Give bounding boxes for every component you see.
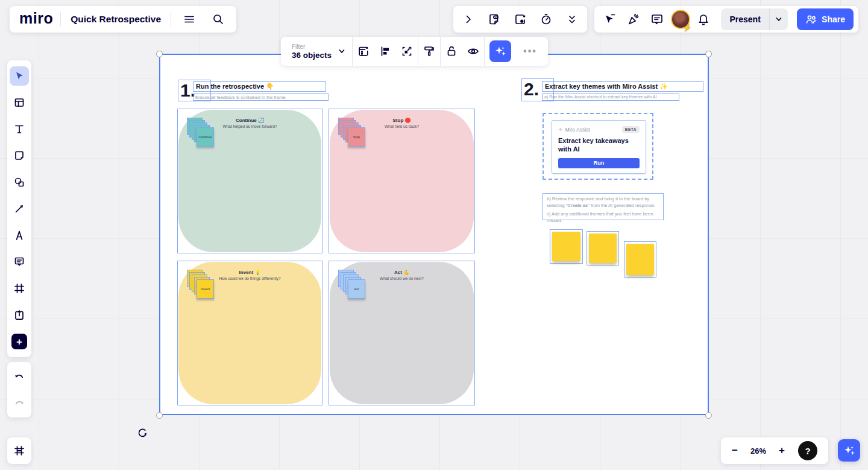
sticky-note[interactable]: Stop <box>348 127 365 147</box>
hide-cursors-icon[interactable] <box>599 8 621 30</box>
rotate-handle-icon[interactable] <box>136 427 148 439</box>
sticky-note[interactable]: Invent <box>197 279 214 299</box>
help-button[interactable]: ? <box>798 441 817 460</box>
main-menu-icon[interactable] <box>178 8 200 30</box>
redo-button[interactable] <box>7 390 31 416</box>
templates-tool[interactable] <box>7 89 31 116</box>
yellow-sticky-1[interactable] <box>550 229 583 264</box>
text-tool[interactable] <box>7 116 31 142</box>
sticky-note-tool[interactable] <box>7 142 31 169</box>
organize-layout-icon[interactable] <box>353 40 374 62</box>
present-button-group: Present <box>721 8 788 30</box>
interactive-notes-icon[interactable] <box>483 8 505 30</box>
quadrant-act[interactable]: Act 💪 What should we do next? Act <box>329 261 475 405</box>
notifications-bell-icon[interactable] <box>693 8 714 30</box>
search-icon[interactable] <box>207 8 229 30</box>
fit-to-frame-icon[interactable] <box>396 40 418 62</box>
quadrant-continue[interactable]: Continue 🔄 What helped us move forward? … <box>177 109 322 253</box>
quadrant-stop[interactable]: Stop 🛑 What held us back? Stop <box>329 109 475 253</box>
text-icon <box>10 119 29 139</box>
zoom-controls: − 26% + ? <box>721 437 828 464</box>
upload-icon <box>10 305 29 325</box>
board-title[interactable]: Quick Retrospective <box>68 14 163 25</box>
connector-tool[interactable] <box>7 195 31 222</box>
section-1-subtitle-box[interactable]: Ensure all feedback is contained in the … <box>193 94 329 101</box>
miro-logo[interactable]: miro <box>19 11 53 28</box>
zoom-level[interactable]: 26% <box>743 446 774 456</box>
quadrant-invent[interactable]: Invent 💡 How could we do things differen… <box>177 261 322 405</box>
sticky-stack-stop[interactable]: Stop <box>338 118 366 149</box>
sticky-note-label: Stop <box>353 135 360 139</box>
yellow-sticky-fill <box>626 244 654 275</box>
section-2-title-box[interactable]: Extract key themes with Miro Assist ✨ <box>542 81 703 92</box>
sticky-stack-invent[interactable]: Invent <box>187 270 215 301</box>
lightning-badge-icon: ⚡ <box>682 24 691 31</box>
upload-tool[interactable] <box>7 302 31 328</box>
quadrant-invent-question: How could we do things differently? <box>219 276 280 281</box>
collapse-panel-icon[interactable] <box>458 8 479 30</box>
share-label: Share <box>822 14 845 24</box>
add-more-tools-button[interactable]: + <box>7 328 31 355</box>
reactions-icon[interactable] <box>623 8 644 30</box>
quadrant-continue-question: What helped us move forward? <box>223 124 277 129</box>
selection-handle-top-right[interactable] <box>705 51 712 57</box>
more-options-icon[interactable]: ••• <box>516 46 544 57</box>
unlock-icon[interactable] <box>441 40 462 62</box>
frame-tool[interactable] <box>7 275 31 302</box>
sticky-note[interactable]: Act <box>348 279 365 299</box>
filter-dropdown[interactable]: Filter 36 objects <box>285 43 352 60</box>
timer-icon[interactable] <box>535 8 557 30</box>
section-2-title: Extract key themes with Miro Assist ✨ <box>542 82 703 91</box>
plus-icon: + <box>11 334 27 349</box>
pen-tool[interactable] <box>7 222 31 249</box>
history-toolbar <box>7 362 31 418</box>
miro-assist-toolbar-button[interactable] <box>489 40 511 62</box>
frames-panel-button[interactable] <box>7 437 31 464</box>
share-button[interactable]: Share <box>797 8 854 30</box>
selection-handle-bottom-right[interactable] <box>705 412 712 419</box>
filter-value: 36 objects <box>292 51 332 60</box>
section-2-subtitle-box[interactable]: a) Run the Miro Assist shortcut to extra… <box>542 94 679 101</box>
align-icon[interactable] <box>374 40 396 62</box>
redo-icon <box>10 393 29 413</box>
selection-context-toolbar: Filter 36 objects <box>281 37 548 66</box>
format-painter-icon[interactable] <box>418 40 440 62</box>
comment-tool[interactable] <box>7 249 31 275</box>
yellow-sticky-2[interactable] <box>587 231 619 265</box>
chevron-down-icon <box>338 47 346 56</box>
selection-handle-bottom-left[interactable] <box>156 412 163 419</box>
run-button[interactable]: Run <box>558 158 640 168</box>
sticky-note-icon <box>10 146 29 165</box>
zoom-in-button[interactable]: + <box>774 441 790 460</box>
miro-assist-card[interactable]: ✧ Miro Assist BETA Extract key takeaways… <box>552 120 646 174</box>
retrospective-frame[interactable]: 1. Run the retrospective 👇 Ensure all fe… <box>159 54 709 415</box>
instruction-c: c) Add any additional themes that you fe… <box>547 211 659 224</box>
zoom-out-button[interactable]: − <box>727 441 743 460</box>
visibility-eye-icon[interactable] <box>462 40 484 62</box>
sticky-stack-act[interactable]: Act <box>338 270 366 301</box>
select-tool[interactable] <box>7 63 31 89</box>
present-button[interactable]: Present <box>721 14 769 24</box>
comments-icon[interactable] <box>646 8 668 30</box>
section-1-title-box[interactable]: Run the retrospective 👇 <box>193 81 326 92</box>
sticky-note-label: Act <box>354 287 359 291</box>
instructions-text-box[interactable]: b) Review the response and bring it to t… <box>542 193 664 220</box>
miro-assist-fab[interactable] <box>838 439 860 462</box>
record-frame-icon[interactable] <box>509 8 531 30</box>
yellow-sticky-3[interactable] <box>624 241 656 278</box>
undo-button[interactable] <box>7 363 31 390</box>
arrow-icon <box>10 199 29 218</box>
collaboration-bar: ⚡ Present Share <box>594 6 858 33</box>
shapes-tool[interactable] <box>7 169 31 195</box>
comment-icon <box>10 252 29 272</box>
app-header: miro Quick Retrospective <box>10 6 236 33</box>
sticky-stack-continue[interactable]: Continue <box>187 118 215 149</box>
templates-icon <box>10 93 29 112</box>
present-options-chevron-icon[interactable] <box>770 8 788 30</box>
more-tools-icon[interactable] <box>561 8 583 30</box>
selection-handle-top-left[interactable] <box>156 51 163 57</box>
user-avatar[interactable]: ⚡ <box>670 8 691 30</box>
miro-assist-widget-selection[interactable]: ✧ Miro Assist BETA Extract key takeaways… <box>542 113 653 180</box>
sticky-note[interactable]: Continue <box>197 127 214 147</box>
people-icon <box>805 14 817 25</box>
